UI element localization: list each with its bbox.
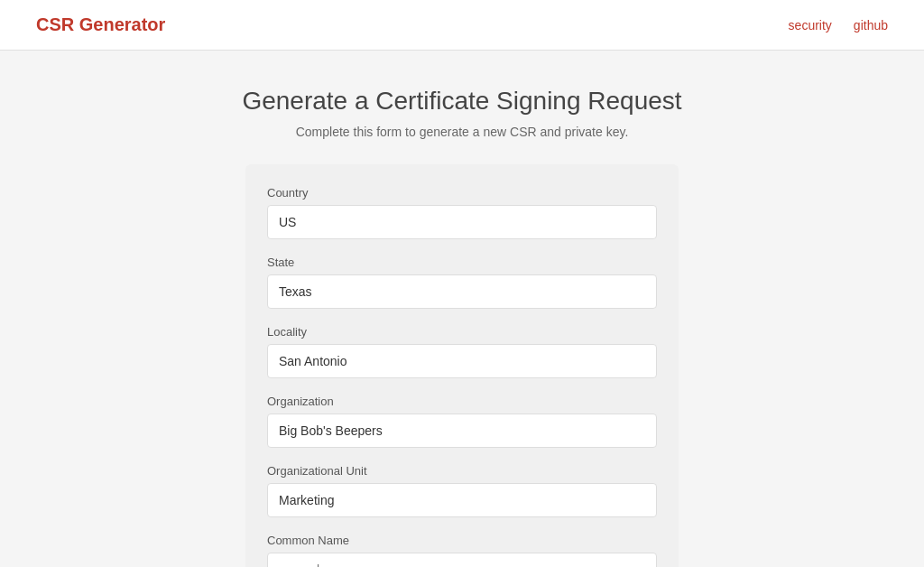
page-subtitle: Complete this form to generate a new CSR… [296,125,629,139]
organization-input[interactable] [267,414,657,448]
org-unit-group: Organizational Unit [267,464,657,517]
page-title: Generate a Certificate Signing Request [242,87,681,116]
country-label: Country [267,186,657,200]
security-link[interactable]: security [789,18,832,33]
locality-input[interactable] [267,344,657,378]
github-link[interactable]: github [854,18,888,33]
organization-label: Organization [267,395,657,408]
state-group: State [267,256,657,309]
common-name-label: Common Name [267,534,657,547]
logo[interactable]: CSR Generator [36,14,165,35]
state-input[interactable] [267,274,657,309]
state-label: State [267,256,657,269]
common-name-input[interactable] [267,553,657,567]
header-nav: security github [789,18,888,33]
org-unit-label: Organizational Unit [267,464,657,478]
form-card: Country State Locality Organization Orga… [245,164,679,567]
common-name-group: Common Name [267,534,657,567]
country-group: Country [267,186,657,239]
main-content: Generate a Certificate Signing Request C… [0,51,924,567]
locality-group: Locality [267,325,657,378]
country-input[interactable] [267,205,657,239]
locality-label: Locality [267,325,657,339]
org-unit-input[interactable] [267,483,657,517]
site-header: CSR Generator security github [0,0,924,51]
organization-group: Organization [267,395,657,448]
